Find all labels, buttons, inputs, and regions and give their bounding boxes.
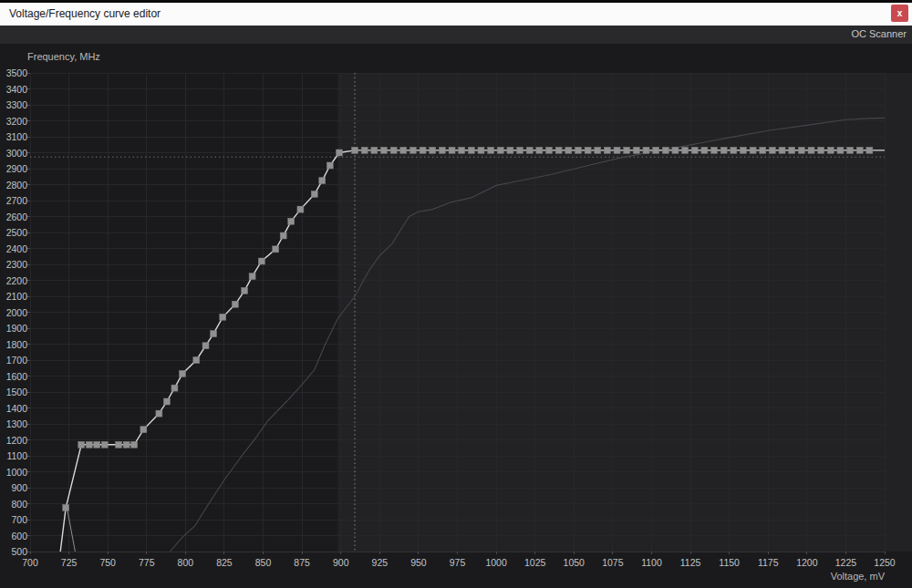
x-tick-label: 1125: [680, 557, 701, 568]
y-tick-label: 1000: [6, 467, 28, 478]
vf-point-marker[interactable]: [779, 147, 785, 153]
vf-point-marker[interactable]: [337, 150, 343, 156]
vf-point-marker[interactable]: [691, 147, 698, 153]
vf-point-marker[interactable]: [156, 410, 162, 417]
vf-curve-plot[interactable]: 5006007008009001000110012001300140015001…: [0, 0, 912, 588]
vf-point-marker[interactable]: [789, 147, 795, 153]
vf-point-marker[interactable]: [798, 147, 804, 153]
vf-point-marker[interactable]: [555, 147, 562, 153]
vf-point-marker[interactable]: [575, 147, 581, 153]
vf-point-marker[interactable]: [769, 147, 775, 153]
x-tick-label: 1200: [796, 557, 818, 568]
vf-point-marker[interactable]: [371, 147, 378, 153]
vf-point-marker[interactable]: [211, 331, 217, 337]
vf-point-marker[interactable]: [682, 147, 689, 153]
vf-point-marker[interactable]: [116, 441, 122, 448]
vf-point-marker[interactable]: [140, 427, 147, 433]
vf-point-marker[interactable]: [94, 441, 100, 448]
vf-point-marker[interactable]: [326, 162, 333, 169]
vf-point-marker[interactable]: [319, 178, 326, 184]
vf-point-marker[interactable]: [459, 147, 465, 153]
vf-point-marker[interactable]: [258, 258, 264, 264]
vf-point-marker[interactable]: [449, 147, 455, 153]
vf-point-marker[interactable]: [585, 147, 591, 153]
vf-point-marker[interactable]: [497, 147, 503, 153]
vf-point-marker[interactable]: [760, 147, 766, 153]
y-tick-label: 2500: [6, 227, 28, 238]
vf-point-marker[interactable]: [662, 147, 668, 153]
x-tick-label: 975: [450, 557, 466, 568]
vf-point-marker[interactable]: [614, 147, 620, 153]
vf-point-marker[interactable]: [390, 147, 397, 153]
vf-point-marker[interactable]: [856, 147, 863, 153]
vf-point-marker[interactable]: [220, 314, 226, 320]
x-tick-label: 1000: [485, 557, 507, 568]
vf-point-marker[interactable]: [242, 287, 248, 294]
x-tick-label: 800: [178, 557, 194, 568]
vf-point-marker[interactable]: [595, 147, 601, 153]
vf-point-marker[interactable]: [643, 147, 649, 153]
vf-point-marker[interactable]: [430, 147, 436, 153]
vf-point-marker[interactable]: [352, 147, 358, 153]
y-tick-label: 2100: [6, 291, 28, 302]
vf-point-marker[interactable]: [101, 441, 108, 448]
vf-point-marker[interactable]: [123, 441, 130, 448]
vf-point-marker[interactable]: [546, 147, 553, 153]
vf-point-marker[interactable]: [837, 147, 844, 153]
x-tick-label: 875: [294, 557, 310, 568]
vf-point-marker[interactable]: [439, 147, 445, 153]
vf-point-marker[interactable]: [701, 147, 708, 153]
vf-point-marker[interactable]: [488, 147, 494, 153]
vf-point-marker[interactable]: [808, 147, 814, 153]
vf-point-marker[interactable]: [86, 441, 92, 448]
vf-point-marker[interactable]: [420, 147, 426, 153]
vf-point-marker[interactable]: [633, 147, 639, 153]
vf-point-marker[interactable]: [847, 147, 854, 153]
vf-point-marker[interactable]: [78, 441, 85, 448]
vf-point-marker[interactable]: [507, 147, 513, 153]
vf-point-marker[interactable]: [249, 273, 255, 280]
vf-point-marker[interactable]: [478, 147, 484, 153]
vf-point-marker[interactable]: [232, 301, 238, 307]
vf-point-marker[interactable]: [163, 398, 170, 405]
vf-point-marker[interactable]: [280, 232, 286, 239]
vf-point-marker[interactable]: [720, 147, 727, 153]
y-tick-label: 2600: [6, 211, 28, 222]
vf-point-marker[interactable]: [624, 147, 630, 153]
vf-point-marker[interactable]: [361, 147, 368, 153]
vf-point-marker[interactable]: [731, 147, 737, 153]
vf-point-marker[interactable]: [818, 147, 824, 153]
vf-point-marker[interactable]: [288, 218, 295, 224]
vf-point-marker[interactable]: [604, 147, 610, 153]
vf-point-marker[interactable]: [526, 147, 533, 153]
y-tick-label: 700: [11, 514, 27, 525]
vf-point-marker[interactable]: [179, 370, 185, 377]
vf-point-marker[interactable]: [517, 147, 523, 153]
vf-point-marker[interactable]: [866, 147, 873, 153]
vf-point-marker[interactable]: [468, 147, 474, 153]
vf-point-marker[interactable]: [409, 147, 416, 153]
vf-point-marker[interactable]: [381, 147, 388, 153]
vf-point-marker[interactable]: [311, 191, 317, 198]
vf-point-marker[interactable]: [827, 147, 834, 153]
x-tick-label: 1175: [758, 557, 779, 568]
vf-point-marker[interactable]: [273, 246, 279, 253]
y-tick-label: 3400: [6, 84, 28, 95]
x-tick-label: 1075: [602, 557, 624, 568]
vf-point-marker[interactable]: [131, 441, 138, 448]
vf-point-marker[interactable]: [672, 147, 679, 153]
vf-point-marker[interactable]: [202, 343, 209, 349]
vf-point-marker[interactable]: [63, 504, 69, 511]
vf-point-marker[interactable]: [536, 147, 543, 153]
vf-point-marker[interactable]: [400, 147, 407, 153]
vf-point-marker[interactable]: [193, 357, 200, 364]
vf-point-marker[interactable]: [653, 147, 659, 153]
vf-point-marker[interactable]: [297, 206, 304, 212]
vf-point-marker[interactable]: [740, 147, 746, 153]
vf-point-marker[interactable]: [171, 385, 178, 391]
x-axis-label: Voltage, mV: [831, 571, 885, 582]
vf-point-marker[interactable]: [711, 147, 718, 153]
y-tick-label: 1400: [6, 403, 28, 414]
vf-point-marker[interactable]: [750, 147, 756, 153]
vf-point-marker[interactable]: [565, 147, 572, 153]
